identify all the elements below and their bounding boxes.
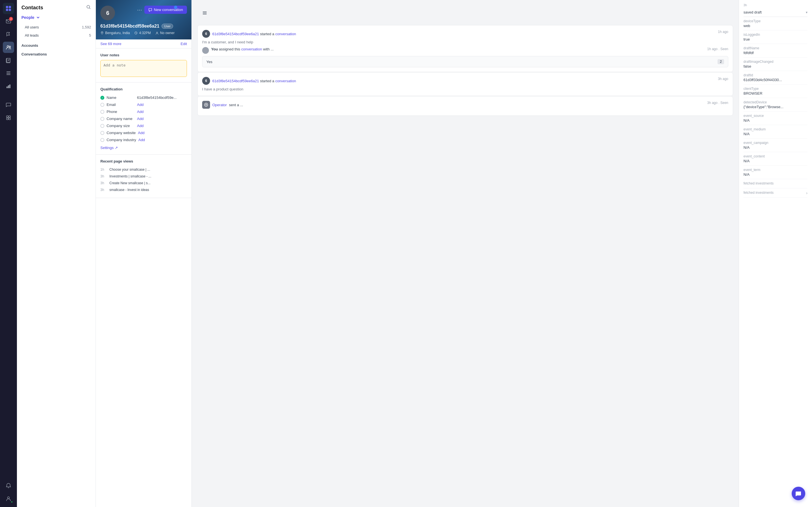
attr-item: detectedDevice {"deviceType":"Browse... bbox=[744, 98, 808, 112]
nav-chart[interactable] bbox=[3, 80, 14, 92]
nav-inbox[interactable]: 2 bbox=[3, 16, 14, 27]
attr-time: 3h bbox=[744, 3, 808, 7]
saved-draft-label: saved draft bbox=[744, 10, 762, 14]
nav-chat[interactable] bbox=[3, 99, 14, 110]
contacts-title: Contacts bbox=[21, 5, 43, 11]
conversation-card[interactable]: 6 61d3f8e54154bcdf59ee6a21 started a con… bbox=[197, 72, 733, 96]
qual-value-1[interactable]: Add bbox=[137, 103, 144, 107]
online-dot bbox=[174, 6, 177, 9]
pv-time-2: 3h bbox=[100, 181, 106, 185]
hamburger-icon[interactable] bbox=[197, 6, 733, 22]
people-label: People bbox=[21, 15, 35, 20]
conv-card-header: 6 61d3f8e54154bcdf59ee6a21 started a con… bbox=[202, 30, 728, 38]
qual-label-6: Company industry bbox=[107, 138, 136, 142]
all-users-item[interactable]: All users 1,592 bbox=[17, 23, 96, 31]
you-conv-link[interactable]: conversation bbox=[241, 47, 262, 51]
conversation-card[interactable]: 6 61d3f8e54154bcdf59ee6a21 started a con… bbox=[197, 25, 733, 72]
qual-value-5[interactable]: Add bbox=[138, 131, 144, 135]
conv-link[interactable]: conversation bbox=[275, 79, 296, 83]
conv-link[interactable]: conversation bbox=[275, 32, 296, 36]
attr-value-1: true bbox=[744, 37, 808, 41]
page-view-item[interactable]: 3h smallcase - Invest in ideas bbox=[100, 186, 187, 193]
main-content: 6 ⋯ New conversation 61d3f8e54154bcdf59e… bbox=[96, 0, 812, 507]
attr-item: draftId 61d3ff33d4c50f44330... bbox=[744, 71, 808, 84]
conversation-card[interactable]: Operator sent a ... 3h ago . Seen bbox=[197, 96, 733, 116]
user-detail-panel: 6 ⋯ New conversation 61d3f8e54154bcdf59e… bbox=[96, 0, 192, 507]
svg-rect-1 bbox=[9, 6, 11, 8]
nav-contacts[interactable] bbox=[3, 42, 14, 53]
qual-radio-5[interactable] bbox=[100, 131, 104, 135]
qual-radio-2[interactable] bbox=[100, 110, 104, 114]
svg-rect-3 bbox=[9, 9, 11, 11]
nav-list[interactable] bbox=[3, 68, 14, 79]
nav-bell[interactable] bbox=[3, 480, 14, 491]
nav-group[interactable] bbox=[3, 112, 14, 123]
qual-radio-6[interactable] bbox=[100, 138, 104, 142]
svg-rect-10 bbox=[8, 86, 9, 88]
conv-user-name[interactable]: 61d3f8e54154bcdf59ee6a21 bbox=[212, 79, 259, 83]
see-more-link[interactable]: See 69 more bbox=[100, 42, 121, 46]
user-notes-input[interactable] bbox=[100, 60, 187, 77]
search-icon[interactable] bbox=[86, 4, 91, 11]
settings-label: Settings bbox=[100, 146, 114, 150]
attr-value-4: 61d3ff33d4c50f44330... bbox=[744, 78, 808, 82]
conv-user: 6 61d3f8e54154bcdf59ee6a21 started a con… bbox=[202, 30, 296, 38]
attr-key-9: event_campaign bbox=[744, 141, 808, 145]
qual-radio-3[interactable] bbox=[100, 117, 104, 121]
qual-value-2[interactable]: Add bbox=[137, 110, 144, 114]
chat-widget[interactable] bbox=[792, 487, 805, 500]
attr-item: isLoggedIn true bbox=[744, 31, 808, 44]
yes-response: Yes 2 bbox=[202, 56, 728, 67]
page-view-item[interactable]: 3h Investments | smallcase - ... bbox=[100, 173, 187, 180]
qualification-item: Company size Add bbox=[100, 122, 187, 129]
expand-icon[interactable]: › bbox=[806, 191, 808, 195]
attr-value-2: fdfdfdf bbox=[744, 51, 808, 55]
user-name-row: 61d3f8e54154bcdf59ee6a21 User bbox=[100, 24, 187, 29]
more-button[interactable]: ⋯ bbox=[137, 7, 142, 13]
new-conversation-button[interactable]: New conversation bbox=[144, 6, 187, 14]
svg-rect-15 bbox=[9, 118, 10, 120]
nav-flag[interactable] bbox=[3, 29, 14, 40]
qual-label-4: Company size bbox=[107, 124, 135, 128]
svg-point-16 bbox=[8, 497, 10, 499]
qual-value-6[interactable]: Add bbox=[139, 138, 145, 142]
qual-value-4[interactable]: Add bbox=[137, 124, 144, 128]
pv-title-2: Create New smallcase | s... bbox=[109, 181, 151, 185]
attr-item: event_source N/A bbox=[744, 112, 808, 125]
nav-book[interactable] bbox=[3, 55, 14, 66]
attr-key-2: draftName bbox=[744, 46, 808, 50]
settings-link[interactable]: Settings ↗ bbox=[100, 146, 187, 150]
user-time: 4:32PM bbox=[134, 31, 151, 35]
qual-radio-4[interactable] bbox=[100, 124, 104, 128]
attr-value-6: {"deviceType":"Browse... bbox=[744, 105, 808, 109]
all-leads-count: 5 bbox=[89, 33, 91, 38]
operator-label: Operator bbox=[212, 103, 227, 107]
page-view-item[interactable]: 3h Create New smallcase | s... bbox=[100, 180, 187, 186]
attr-key-6: detectedDevice bbox=[744, 100, 808, 104]
conv-card-header: 6 61d3f8e54154bcdf59ee6a21 started a con… bbox=[202, 77, 728, 85]
qualification-item: Name 61d3f8e54154bcdf59e... bbox=[100, 94, 187, 101]
qual-value-3[interactable]: Add bbox=[137, 117, 144, 121]
qual-label-5: Company website bbox=[107, 131, 136, 135]
all-leads-item[interactable]: All leads 5 bbox=[17, 31, 96, 40]
chevron-down-icon[interactable]: ▾ bbox=[806, 10, 808, 14]
user-avatar: 6 bbox=[100, 6, 115, 20]
conversations-header[interactable]: Conversations bbox=[17, 49, 96, 58]
svg-rect-12 bbox=[6, 116, 8, 117]
accounts-header[interactable]: Accounts bbox=[17, 41, 96, 49]
nav-profile[interactable] bbox=[3, 493, 14, 504]
edit-link[interactable]: Edit bbox=[181, 42, 187, 46]
conv-message: I'm a customer, and I need help bbox=[202, 40, 728, 44]
qual-radio-1[interactable] bbox=[100, 103, 104, 107]
attr-item: event_content N/A bbox=[744, 152, 808, 166]
attr-item: draftImageChanged false bbox=[744, 57, 808, 71]
inbox-badge: 2 bbox=[9, 17, 13, 21]
conv-user-info: 61d3f8e54154bcdf59ee6a21 started a conve… bbox=[212, 79, 296, 83]
nav-logo[interactable] bbox=[3, 3, 14, 14]
page-view-item[interactable]: 1h Choose your smallcase | ... bbox=[100, 166, 187, 173]
conv-user-name[interactable]: 61d3f8e54154bcdf59ee6a21 bbox=[212, 32, 259, 36]
new-conversation-label: New conversation bbox=[154, 8, 183, 12]
attr-key-12: fetched investments bbox=[744, 181, 808, 185]
you-row: You assigned this conversation with ... … bbox=[202, 47, 728, 54]
people-toggle[interactable]: People bbox=[21, 15, 91, 20]
